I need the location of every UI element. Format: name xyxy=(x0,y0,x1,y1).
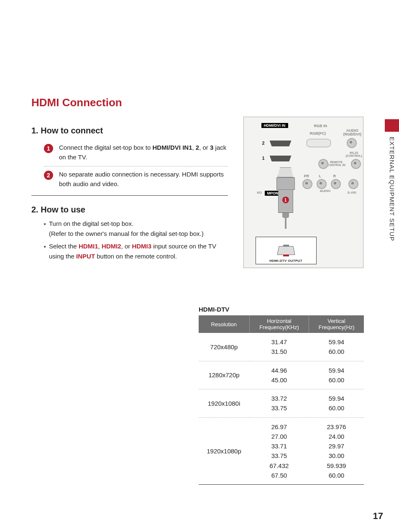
step-1-text: Connect the digital set-top box to HDMI/… xyxy=(59,143,228,162)
side-tab-accent xyxy=(385,119,399,132)
text: Frequency(KHz) xyxy=(259,324,299,330)
text: , or xyxy=(121,243,132,250)
step-bullet-2: 2 xyxy=(44,171,53,180)
source-box-label: HDMI-DTV OUTPUT xyxy=(269,259,302,263)
text: (Refer to the owner's manual for the dig… xyxy=(49,230,204,237)
cell-resolution: 1920x1080i xyxy=(199,389,249,418)
step-2-text: No separate audio connection is necessar… xyxy=(59,170,228,189)
text: (CONTROL) xyxy=(346,154,362,157)
cell-vertical: 59.9460.00 xyxy=(309,361,364,389)
hdmi1-label: HDMI1 xyxy=(79,243,98,250)
text: Turn on the digital set-top box. xyxy=(49,220,133,227)
audio-r-port-icon xyxy=(331,179,341,189)
hdmi3-label: HDMI3 xyxy=(132,243,151,250)
table-title: HDMI-DTV xyxy=(199,306,364,313)
text: RS-23 xyxy=(350,151,358,154)
cell-horizontal: 44.9645.00 xyxy=(249,361,309,389)
remote-port-icon xyxy=(318,159,328,169)
connection-diagram: HDMI/DVI IN RGB IN RGB(PC) AUDIO (RGB/DV… xyxy=(243,117,363,268)
side-tab-label: EXTERNAL EQUIPMENT SETUP xyxy=(389,137,396,241)
label-pr: PR xyxy=(304,174,309,178)
hdmi-port-2-icon xyxy=(270,141,292,146)
text: Select the xyxy=(49,243,79,250)
cell-vertical: 59.9460.00 xyxy=(309,333,364,361)
cell-resolution: 720x480p xyxy=(199,333,249,361)
cell-resolution: 1920x1080p xyxy=(199,417,249,485)
col-resolution: Resolution xyxy=(199,315,249,333)
use-item-2: Select the HDMI1, HDMI2, or HDMI3 input … xyxy=(44,241,228,261)
label-audio: AUDIO xyxy=(320,189,331,193)
callout-1: 1 xyxy=(282,197,289,203)
cell-horizontal: 33.7233.75 xyxy=(249,389,309,418)
step-2: 2 No separate audio connection is necess… xyxy=(44,166,228,193)
svideo-port-icon xyxy=(348,179,358,189)
page-number: 17 xyxy=(373,511,383,522)
label-rgb-in: RGB IN xyxy=(314,124,327,128)
use-item-2-text: Select the HDMI1, HDMI2, or HDMI3 input … xyxy=(49,241,228,261)
rgb-port-icon xyxy=(307,139,331,147)
hdmi-output-port-icon xyxy=(276,244,297,258)
hdmi-source-box: HDMI-DTV OUTPUT xyxy=(256,237,317,264)
square-bullet-icon xyxy=(44,219,49,239)
label-hdmi-dvi-in: HDMI/DVI IN xyxy=(261,123,288,128)
port-1-number: 1 xyxy=(262,156,265,161)
text: Vertical xyxy=(327,318,345,324)
label-rs232: RS-23 (CONTROL) xyxy=(346,151,362,157)
cell-vertical: 23.97624.0029.9730.0059.93960.00 xyxy=(309,417,364,485)
text: , or xyxy=(199,144,210,151)
label-rgb-pc: RGB(PC) xyxy=(310,131,326,136)
label-audio-rgbdvi: AUDIO (RGB/DVI) xyxy=(343,129,362,136)
how-to-connect-heading: 1. How to connect xyxy=(31,126,228,136)
text: Connect the digital set-top box to xyxy=(59,144,152,151)
text: button on the remote control. xyxy=(95,253,177,260)
use-item-1: Turn on the digital set-top box. (Refer … xyxy=(44,219,228,239)
step-bullet-1: 1 xyxy=(44,144,53,153)
cell-horizontal: 26.9727.0033.7133.7567.43267.50 xyxy=(249,417,309,485)
text: (RGB/DVI) xyxy=(343,132,362,136)
audio-l-port-icon xyxy=(317,179,327,189)
label-eo: EO xyxy=(257,191,262,194)
jack-hdmi-dvi-in1: HDMI/DVI IN1 xyxy=(152,144,192,151)
label-remote: REMOTE CONTROL IN xyxy=(327,161,345,166)
use-item-1-text: Turn on the digital set-top box. (Refer … xyxy=(49,219,228,239)
text: Horizontal xyxy=(267,318,292,324)
col-horizontal-freq: Horizontal Frequency(KHz) xyxy=(249,315,309,333)
jack-2: 2 xyxy=(196,144,199,151)
page-title: HDMI Connection xyxy=(31,96,374,109)
pr-port-icon xyxy=(302,179,312,189)
divider xyxy=(31,195,228,196)
col-vertical-freq: Vertical Frequency(Hz) xyxy=(309,315,364,333)
cell-vertical: 59.9460.00 xyxy=(309,389,364,418)
text: , xyxy=(192,144,196,151)
hdmi-port-1-icon xyxy=(270,156,292,161)
text: CONTROL IN xyxy=(327,164,345,166)
hdmi2-label: HDMI2 xyxy=(102,243,121,250)
square-bullet-icon xyxy=(44,241,49,261)
rs232-port-icon xyxy=(351,159,361,169)
side-tab: EXTERNAL EQUIPMENT SETUP xyxy=(385,119,399,253)
how-to-use-heading: 2. How to use xyxy=(31,205,228,215)
step-1: 1 Connect the digital set-top box to HDM… xyxy=(44,140,228,166)
svg-marker-1 xyxy=(277,246,295,255)
cell-horizontal: 31.4731.50 xyxy=(249,333,309,361)
table-row: 1280x720p44.9645.0059.9460.00 xyxy=(199,361,364,389)
hdmi-dtv-table: HDMI-DTV Resolution Horizontal Frequency… xyxy=(199,306,364,485)
text: Frequency(Hz) xyxy=(319,324,355,330)
label-r: R xyxy=(333,174,336,178)
text: , xyxy=(98,243,102,250)
text: REMOTE xyxy=(330,161,343,164)
table-row: 720x480p31.4731.5059.9460.00 xyxy=(199,333,364,361)
svg-rect-0 xyxy=(283,245,289,246)
table-row: 1920x1080i33.7233.7559.9460.00 xyxy=(199,389,364,418)
table-row: 1920x1080p26.9727.0033.7133.7567.43267.5… xyxy=(199,417,364,485)
input-button-label: INPUT xyxy=(76,253,95,260)
label-svid: S-VID xyxy=(348,191,356,194)
label-l: L xyxy=(319,174,322,178)
port-2-number: 2 xyxy=(262,141,265,146)
audio-port-icon xyxy=(347,138,357,148)
cell-resolution: 1280x720p xyxy=(199,361,249,389)
svg-rect-2 xyxy=(283,255,289,256)
